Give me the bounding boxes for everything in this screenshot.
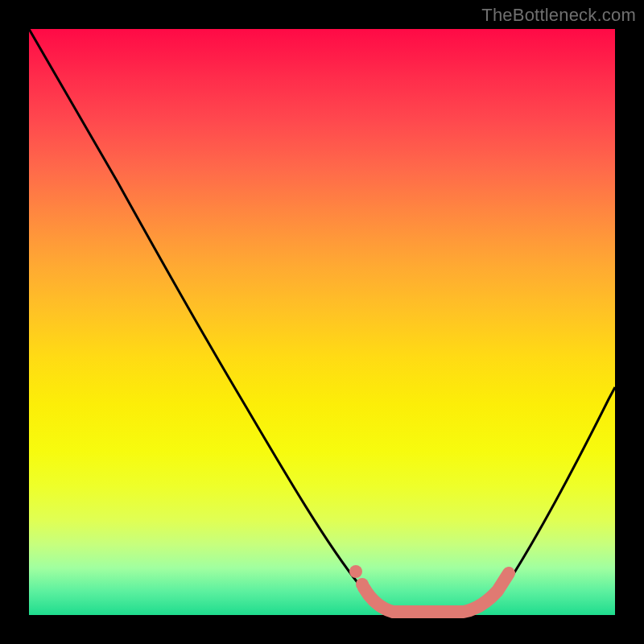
highlight-dot	[349, 565, 362, 578]
optimal-zone-highlight	[364, 573, 509, 612]
curve-layer	[29, 29, 615, 615]
chart-frame: TheBottleneck.com	[0, 0, 644, 644]
plot-area	[29, 29, 615, 615]
bottleneck-curve	[29, 29, 615, 613]
highlight-dot	[356, 578, 369, 591]
watermark-text: TheBottleneck.com	[481, 5, 636, 26]
